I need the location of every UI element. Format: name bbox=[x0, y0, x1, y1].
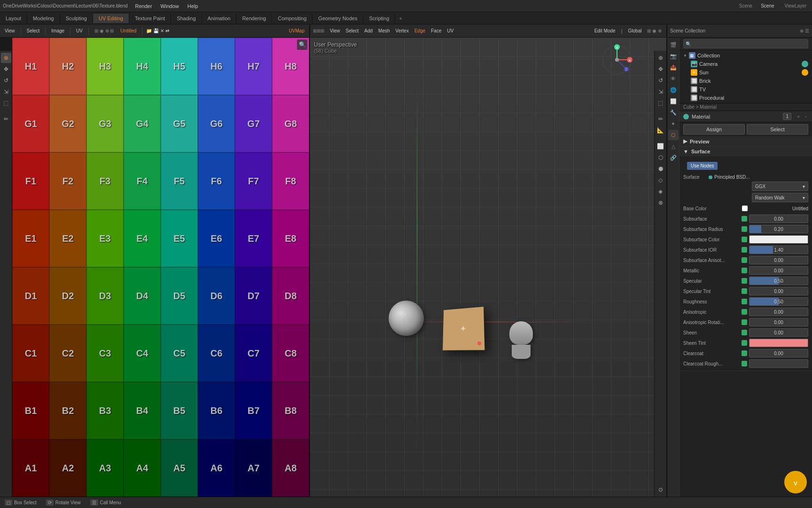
prop-icon-material[interactable]: ⬡ bbox=[668, 130, 679, 140]
uv-filename[interactable]: Untitled bbox=[118, 27, 138, 34]
tree-item-camera[interactable]: 📷 Camera bbox=[679, 60, 812, 68]
vp-tool-transform[interactable]: ⬚ bbox=[656, 98, 666, 108]
select-button[interactable]: Select bbox=[747, 124, 808, 135]
assign-button[interactable]: Assign bbox=[683, 124, 745, 135]
menu-render[interactable]: Render bbox=[133, 2, 154, 10]
specular-slider[interactable]: 0.50 bbox=[749, 277, 808, 285]
base-color-value[interactable]: Untitled bbox=[750, 206, 808, 211]
tab-scripting[interactable]: Scripting bbox=[363, 14, 395, 23]
uv-view-menu[interactable]: View bbox=[3, 27, 17, 34]
sheen-tint-slider[interactable] bbox=[749, 339, 808, 347]
outliner-search-input[interactable] bbox=[683, 39, 808, 48]
prop-icon-scene[interactable]: 🎬 bbox=[668, 40, 679, 50]
vp-tool-add-cube[interactable]: ⬜ bbox=[656, 141, 666, 151]
anisotropic-slider[interactable]: 0.00 bbox=[749, 308, 808, 316]
subsurface-radius-slider[interactable]: 0.20 bbox=[749, 225, 808, 233]
tree-item-brick[interactable]: ⬜ Brick bbox=[679, 77, 812, 85]
subsurface-slider[interactable]: 0.00 bbox=[749, 214, 808, 223]
vp-uv-menu[interactable]: UV bbox=[445, 27, 456, 34]
tab-rendering[interactable]: Rendering bbox=[236, 14, 272, 23]
vp-transform[interactable]: Global bbox=[626, 27, 644, 34]
vp-tool-scale[interactable]: ⇲ bbox=[656, 87, 666, 97]
anisotropic-rotation-dot[interactable] bbox=[742, 319, 747, 325]
metallic-slider[interactable]: 0.00 bbox=[749, 266, 808, 275]
surface-header[interactable]: ▼ Surface bbox=[679, 147, 812, 156]
tool-rotate[interactable]: ↺ bbox=[1, 75, 11, 86]
prop-icon-output[interactable]: 📤 bbox=[668, 62, 679, 72]
vp-select-menu[interactable]: Select bbox=[344, 27, 361, 34]
material-count[interactable]: 1 bbox=[783, 113, 791, 120]
vp-tool-move[interactable]: ✥ bbox=[656, 64, 666, 74]
prop-icon-world[interactable]: 🌐 bbox=[668, 85, 679, 95]
vp-tool-measure[interactable]: 📐 bbox=[656, 125, 666, 135]
material-add-icon[interactable]: ＋ bbox=[796, 113, 801, 120]
tab-geometry-nodes[interactable]: Geometry Nodes bbox=[312, 14, 363, 23]
clearcoat-slider[interactable]: 0.00 bbox=[749, 349, 808, 357]
roughness-dot[interactable] bbox=[742, 299, 747, 304]
vp-tool-loop-cut[interactable]: ⬢ bbox=[656, 164, 666, 174]
material-remove-icon[interactable]: － bbox=[804, 113, 808, 120]
random-walk-dropdown[interactable]: Random Walk ▾ bbox=[752, 193, 808, 202]
anisotropic-rotation-slider[interactable]: 0.00 bbox=[749, 318, 808, 326]
sheen-tint-dot[interactable] bbox=[742, 340, 747, 346]
prop-icon-modifier[interactable]: 🔧 bbox=[668, 107, 679, 118]
tree-item-procedural[interactable]: ⬜ Procedural bbox=[679, 94, 812, 102]
tab-sculpting[interactable]: Sculpting bbox=[60, 14, 93, 23]
uv-zoom-in[interactable]: 🔍 bbox=[297, 40, 307, 50]
sheen-dot[interactable] bbox=[742, 330, 747, 335]
subsurface-anisot-dot[interactable] bbox=[742, 257, 747, 263]
clearcoat-rough-slider[interactable] bbox=[749, 359, 808, 368]
distribution-dropdown[interactable]: GGX ▾ bbox=[752, 182, 808, 191]
vp-tool-annotate[interactable]: ✏ bbox=[656, 114, 666, 124]
uv-select-menu[interactable]: Select bbox=[25, 27, 42, 34]
tool-transform[interactable]: ⬚ bbox=[1, 98, 11, 108]
tree-item-tv[interactable]: ⬜ TV bbox=[679, 85, 812, 94]
vp-tool-cursor[interactable]: ⊕ bbox=[656, 53, 666, 63]
specular-tint-slider[interactable]: 0.00 bbox=[749, 287, 808, 295]
vp-vertex-menu[interactable]: Vertex bbox=[394, 27, 411, 34]
clearcoat-rough-dot[interactable] bbox=[742, 361, 747, 366]
tool-annotate[interactable]: ✏ bbox=[1, 114, 11, 124]
tree-item-sun[interactable]: ☀ Sun bbox=[679, 68, 812, 77]
preview-header[interactable]: ▶ Preview bbox=[679, 136, 812, 146]
tool-cursor[interactable]: ⊕ bbox=[1, 53, 11, 63]
subsurface-color-dot[interactable] bbox=[742, 237, 747, 242]
viewport-canvas[interactable]: User Perspective (58) Cube ✦ bbox=[310, 38, 666, 497]
tool-scale[interactable]: ⇲ bbox=[1, 87, 11, 97]
base-color-dot[interactable] bbox=[742, 206, 748, 211]
prop-icon-particles[interactable]: ✦ bbox=[668, 119, 679, 129]
tab-compositing[interactable]: Compositing bbox=[272, 14, 312, 23]
vp-tool-bevel[interactable]: ◈ bbox=[656, 186, 666, 197]
uvmap-label[interactable]: UVMap bbox=[287, 27, 306, 34]
uv-uv-menu[interactable]: UV bbox=[74, 27, 85, 34]
clearcoat-dot[interactable] bbox=[742, 350, 747, 356]
vp-view-menu[interactable]: View bbox=[328, 27, 342, 34]
tab-layout[interactable]: Layout bbox=[0, 14, 27, 23]
tab-uv-editing[interactable]: UV Editing bbox=[93, 14, 129, 23]
tab-shading[interactable]: Shading bbox=[171, 14, 202, 23]
tree-item-collection[interactable]: ▼ ▦ Collection bbox=[679, 51, 812, 60]
tab-texture-paint[interactable]: Texture Paint bbox=[129, 14, 171, 23]
uv-canvas[interactable]: ⊕ ✥ ↺ ⇲ ⬚ ✏ H1 H2 H3 H4 H5 H6 H7 H8 G1 bbox=[0, 38, 309, 497]
prop-icon-view[interactable]: 👁 bbox=[668, 73, 679, 84]
metallic-dot[interactable] bbox=[742, 268, 747, 273]
uv-image-menu[interactable]: Image bbox=[49, 27, 66, 34]
tab-animation[interactable]: Animation bbox=[202, 14, 237, 23]
subsurface-anisot-slider[interactable]: 0.00 bbox=[749, 256, 808, 264]
prop-icon-object[interactable]: ⬜ bbox=[668, 96, 679, 106]
prop-icon-data[interactable]: △ bbox=[668, 141, 679, 151]
vp-mode[interactable]: Edit Mode bbox=[593, 27, 617, 34]
menu-help[interactable]: Help bbox=[186, 2, 200, 10]
tab-modeling[interactable]: Modeling bbox=[27, 14, 60, 23]
subsurface-radius-dot[interactable] bbox=[742, 226, 747, 232]
specular-tint-dot[interactable] bbox=[742, 288, 747, 294]
tool-move[interactable]: ✥ bbox=[1, 64, 11, 74]
sheen-slider[interactable]: 0.00 bbox=[749, 328, 808, 337]
vp-tool-add-extrude[interactable]: ⬡ bbox=[656, 152, 666, 163]
add-workspace-tab[interactable]: + bbox=[395, 14, 406, 23]
roughness-slider[interactable]: 0.50 bbox=[749, 297, 808, 306]
vp-mesh-menu[interactable]: Mesh bbox=[376, 27, 391, 34]
subsurface-dot[interactable] bbox=[742, 216, 747, 222]
vp-tool-rotate[interactable]: ↺ bbox=[656, 75, 666, 86]
specular-dot[interactable] bbox=[742, 278, 747, 284]
